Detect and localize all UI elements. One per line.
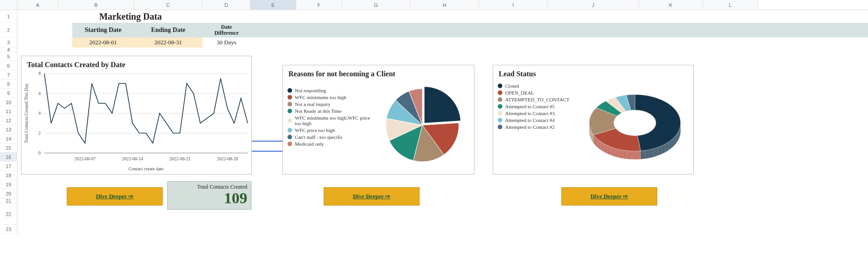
colhead-K[interactable]: K [639,0,703,10]
rowhead-9[interactable]: 9 [0,89,17,98]
legend-item: Closed [498,83,582,89]
header-start: Starting Date [72,23,134,37]
legend-item: WFC minimums too high;WFC price too high [288,115,372,126]
legend-item: Attempted to Contact #2 [498,124,582,130]
rowhead-14[interactable]: 14 [0,134,17,143]
legend-label: Closed [505,83,519,89]
kpi-value: 109 [171,190,247,206]
rowhead-19[interactable]: 19 [0,180,17,189]
colhead-F[interactable]: F [296,0,342,10]
legend-dot-icon [498,90,502,95]
colhead-G[interactable]: G [342,0,410,10]
legend-dot-icon [498,104,502,109]
legend-dot-icon [498,97,502,102]
svg-text:2022-08-21: 2022-08-21 [169,156,191,161]
legend-item: WFC price too high [288,127,372,133]
rowhead-6[interactable]: 6 [0,61,17,70]
rowhead-21[interactable]: 21 [0,198,17,204]
rowhead-16[interactable]: 16 [0,153,17,162]
legend-label: Can't staff - too specific [295,134,343,140]
legend-dot-icon [498,111,502,116]
legend-item: Attempted to Contact #3 [498,111,582,116]
legend-label: Attempted to Contact #4 [505,117,554,123]
svg-text:2022-08-14: 2022-08-14 [122,156,143,161]
value-end[interactable]: 2022-08-31 [134,37,202,48]
corner[interactable] [0,0,17,10]
header-diff-2: Difference [214,30,239,36]
legend-item: WFC minimums too high [288,95,372,100]
rowhead-8[interactable]: 8 [0,79,17,89]
legend-label: WFC minimums too high;WFC price too high [295,115,372,126]
chart-pie[interactable]: Reasons for not becoming a Client Not re… [282,65,474,174]
chart-line-title: Total Contacts Created by Date [21,56,251,71]
rowhead-23[interactable]: 23 [0,225,17,234]
rowhead-18[interactable]: 18 [0,171,17,180]
legend-dot-icon [498,125,502,129]
rowhead-1[interactable]: 1 [0,10,17,23]
chart-donut-svg [582,82,687,169]
header-diff: Date Difference [202,23,250,37]
rowhead-4[interactable]: 4 [0,48,17,52]
legend-item: Attempted to Contact #5 [498,104,582,109]
rowhead-2[interactable]: 2 [0,23,17,37]
rowhead-13[interactable]: 13 [0,125,17,134]
colhead-B[interactable]: B [59,0,134,10]
colhead-L[interactable]: L [703,0,758,10]
legend-dot-icon [288,128,292,132]
colhead-I[interactable]: I [479,0,548,10]
svg-text:Total Contacts Created This Da: Total Contacts Created This Day [24,84,29,143]
chart-pie-title: Reasons for not becoming a Client [283,65,474,80]
svg-text:8: 8 [38,71,41,76]
chart-pie-svg [377,82,468,169]
legend-item: ATTEMPTED_TO_CONTACT [498,97,582,102]
colhead-J[interactable]: J [548,0,639,10]
rowhead-20[interactable]: 20 [0,189,17,198]
legend-dot-icon [288,102,292,106]
legend-dot-icon [288,118,292,123]
page-title: Marketing Data [59,10,202,23]
svg-text:2: 2 [38,131,41,136]
rowhead-22[interactable]: 22 [0,204,17,225]
rowhead-10[interactable]: 10 [0,98,17,107]
legend-label: Attempted to Contact #5 [505,104,554,109]
rowhead-7[interactable]: 7 [0,70,17,79]
rowhead-5[interactable]: 5 [0,52,17,61]
legend-dot-icon [288,135,292,139]
dive-button-1[interactable]: Dive Deeper ⇨ [67,187,163,206]
rowhead-3[interactable]: 3 [0,37,17,48]
legend-item: Not Ready at this Time [288,108,372,114]
legend-label: Medicaid only [295,141,324,147]
colhead-D[interactable]: D [202,0,250,10]
legend-dot-icon [498,118,502,122]
legend-dot-icon [498,84,502,88]
legend-label: WFC minimums too high [295,95,346,100]
legend-label: OPEN_DEAL [505,90,534,95]
dive-button-3[interactable]: Dive Deeper ⇨ [561,187,657,206]
legend-label: ATTEMPTED_TO_CONTACT [505,97,570,102]
legend-dot-icon [288,95,292,100]
legend-item: Not responding [288,88,372,93]
legend-dot-icon [288,88,292,93]
rowhead-11[interactable]: 11 [0,107,17,116]
legend-label: Not a real inquiry [295,101,330,107]
value-start[interactable]: 2022-08-01 [72,37,134,48]
rowhead-17[interactable]: 17 [0,162,17,171]
rowhead-15[interactable]: 15 [0,143,17,153]
chart-line[interactable]: Total Contacts Created by Date 024682022… [21,56,252,174]
legend-item: Medicaid only [288,141,372,147]
colhead-H[interactable]: H [410,0,479,10]
legend-label: Attempted to Contact #3 [505,111,554,116]
header-end: Ending Date [134,23,202,37]
legend-item: Not a real inquiry [288,101,372,107]
kpi-box: Total Contacts Created 109 [167,181,251,210]
colhead-A[interactable]: A [17,0,59,10]
chart-donut[interactable]: Lead Status ClosedOPEN_DEALATTEMPTED_TO_… [493,65,694,174]
chart-line-svg: 024682022-08-072022-08-142022-08-212022-… [21,71,252,173]
colhead-C[interactable]: C [134,0,202,10]
rowhead-12[interactable]: 12 [0,116,17,125]
legend-item: Can't staff - too specific [288,134,372,140]
svg-text:2022-08-07: 2022-08-07 [75,156,96,161]
value-diff: 30 Days [202,37,250,48]
dive-button-2[interactable]: Dive Deeper ⇨ [324,187,420,206]
colhead-E[interactable]: E [250,0,296,10]
